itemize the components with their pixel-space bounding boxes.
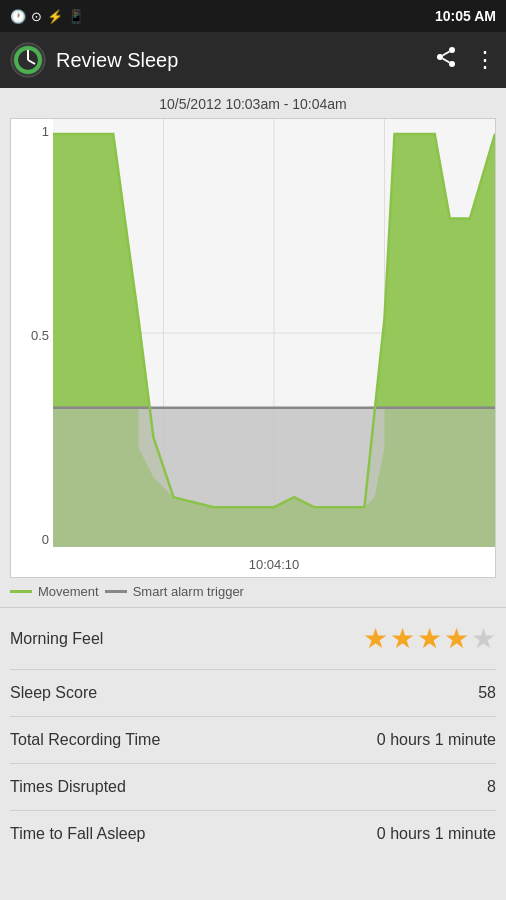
time-to-fall-asleep-label: Time to Fall Asleep (10, 825, 145, 843)
chart-y-axis: 1 0.5 0 (11, 119, 53, 577)
times-disrupted-row: Times Disrupted 8 (10, 764, 496, 811)
total-recording-time-row: Total Recording Time 0 hours 1 minute (10, 717, 496, 764)
alarm-legend-line (105, 590, 127, 593)
stats-section: Morning Feel ★ ★ ★ ★ ★ Sleep Score 58 To… (0, 608, 506, 857)
y-label-bottom: 0 (15, 532, 49, 547)
movement-legend-line (10, 590, 32, 593)
status-time: 10:05 AM (435, 8, 496, 24)
svg-marker-17 (138, 408, 384, 508)
times-disrupted-value: 8 (487, 778, 496, 796)
alarm-icon: 🕐 (10, 9, 26, 24)
star-1: ★ (363, 622, 388, 655)
circle-icon: ⊙ (31, 9, 42, 24)
chart-section: 10/5/2012 10:03am - 10:04am 1 0.5 0 (0, 88, 506, 578)
app-logo (10, 42, 46, 78)
phone-icon: 📱 (68, 9, 84, 24)
chart-date-range: 10/5/2012 10:03am - 10:04am (10, 96, 496, 112)
star-2: ★ (390, 622, 415, 655)
svg-point-6 (437, 54, 443, 60)
status-bar: 🕐 ⊙ ⚡ 📱 10:05 AM (0, 0, 506, 32)
svg-line-9 (443, 52, 450, 56)
svg-line-8 (443, 59, 450, 63)
menu-icon[interactable]: ⋮ (474, 47, 496, 73)
app-bar-actions: ⋮ (434, 45, 496, 75)
time-to-fall-asleep-row: Time to Fall Asleep 0 hours 1 minute (10, 811, 496, 857)
sleep-score-row: Sleep Score 58 (10, 670, 496, 717)
share-icon[interactable] (434, 45, 458, 75)
y-label-top: 1 (15, 124, 49, 139)
total-recording-time-value: 0 hours 1 minute (377, 731, 496, 749)
usb-icon: ⚡ (47, 9, 63, 24)
sleep-score-value: 58 (478, 684, 496, 702)
morning-feel-stars: ★ ★ ★ ★ ★ (363, 622, 496, 655)
y-label-mid: 0.5 (15, 328, 49, 343)
status-icons: 🕐 ⊙ ⚡ 📱 (10, 9, 84, 24)
morning-feel-label: Morning Feel (10, 630, 103, 648)
svg-point-5 (449, 47, 455, 53)
app-bar: Review Sleep ⋮ (0, 32, 506, 88)
star-3: ★ (417, 622, 442, 655)
sleep-score-label: Sleep Score (10, 684, 97, 702)
svg-point-7 (449, 61, 455, 67)
alarm-legend-label: Smart alarm trigger (133, 584, 244, 599)
morning-feel-row: Morning Feel ★ ★ ★ ★ ★ (10, 608, 496, 670)
times-disrupted-label: Times Disrupted (10, 778, 126, 796)
total-recording-time-label: Total Recording Time (10, 731, 160, 749)
chart-legend: Movement Smart alarm trigger (0, 578, 506, 607)
star-5: ★ (471, 622, 496, 655)
chart-container: 1 0.5 0 (10, 118, 496, 578)
main-content: 10/5/2012 10:03am - 10:04am 1 0.5 0 (0, 88, 506, 857)
app-title: Review Sleep (56, 49, 434, 72)
chart-x-label: 10:04:10 (53, 557, 495, 572)
star-4: ★ (444, 622, 469, 655)
chart-plot-area (53, 119, 495, 547)
movement-legend-label: Movement (38, 584, 99, 599)
time-to-fall-asleep-value: 0 hours 1 minute (377, 825, 496, 843)
